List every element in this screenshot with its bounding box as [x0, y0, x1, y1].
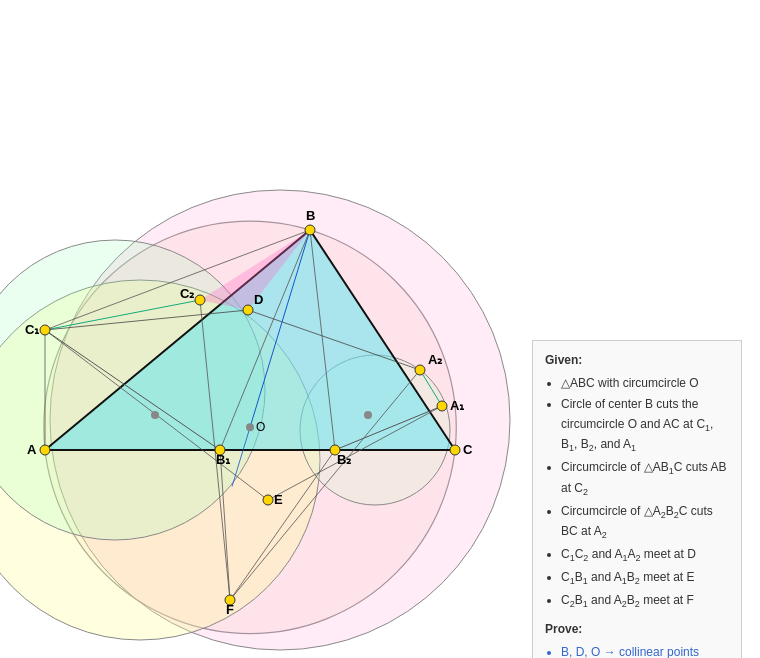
given-item-6: C1B1 and A1B2 meet at E [561, 568, 729, 589]
prove-list: B, D, O → collinear points B, E, F → col… [545, 643, 729, 658]
given-item-4: Circumcircle of △A2B2C cuts BC at A2 [561, 502, 729, 544]
given-item-1: △ABC with circumcircle O [561, 374, 729, 393]
prove-heading: Prove: [545, 620, 729, 639]
given-item-7: C2B1 and A2B2 meet at F [561, 591, 729, 612]
given-item-2: Circle of center B cuts the circumcircle… [561, 395, 729, 456]
prove-item-1: B, D, O → collinear points [561, 643, 729, 658]
given-item-3: Circumcircle of △AB1C cuts AB at C2 [561, 458, 729, 500]
given-list: △ABC with circumcircle O Circle of cente… [545, 374, 729, 611]
given-item-5: C1C2 and A1A2 meet at D [561, 545, 729, 566]
info-panel: Given: △ABC with circumcircle O Circle o… [532, 340, 742, 658]
given-heading: Given: [545, 351, 729, 370]
